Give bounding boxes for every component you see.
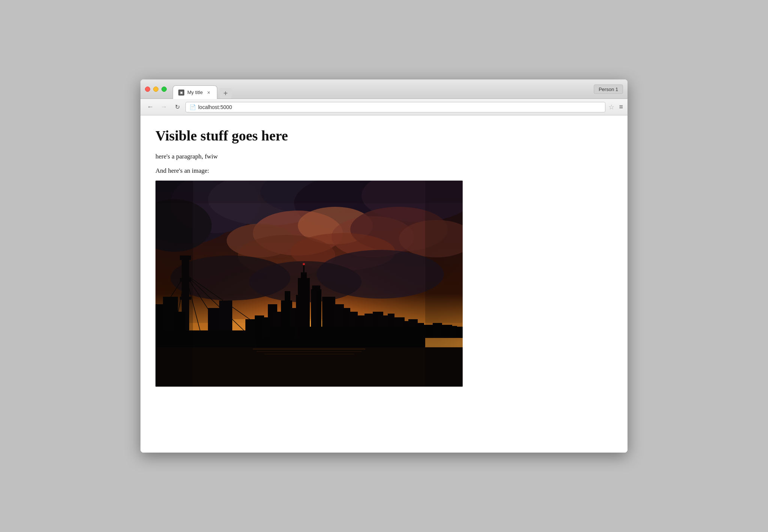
page-icon: 📄	[190, 104, 196, 110]
person-label: Person 1	[594, 84, 623, 94]
svg-rect-55	[303, 265, 305, 274]
svg-rect-89	[155, 347, 463, 387]
address-bar[interactable]: 📄 localhost:5000	[185, 102, 605, 112]
traffic-lights	[145, 87, 167, 92]
svg-rect-58	[312, 285, 320, 291]
title-bar: ▣ My title × + Person 1	[140, 79, 628, 99]
bookmark-button[interactable]: ☆	[608, 103, 614, 111]
svg-rect-80	[317, 291, 321, 338]
svg-rect-78	[285, 291, 290, 340]
tabs-area: ▣ My title × +	[173, 79, 623, 99]
page-heading: Visible stuff goes here	[155, 127, 613, 144]
svg-rect-90	[253, 348, 365, 350]
tab-title: My title	[187, 90, 203, 95]
reload-button[interactable]: ↻	[172, 102, 182, 112]
maximize-button[interactable]	[161, 87, 167, 92]
back-button[interactable]: ←	[145, 102, 155, 112]
new-tab-button[interactable]: +	[220, 88, 232, 99]
nav-bar: ← → ↻ 📄 localhost:5000 ☆ ≡	[140, 99, 628, 115]
city-image	[155, 181, 463, 387]
image-label: And here's an image:	[155, 167, 613, 175]
svg-rect-79	[296, 295, 299, 338]
page-content: Visible stuff goes here here's a paragra…	[140, 115, 628, 453]
svg-rect-95	[155, 181, 463, 203]
tab-close-button[interactable]: ×	[206, 90, 212, 96]
minimize-button[interactable]	[153, 87, 158, 92]
close-button[interactable]	[145, 87, 150, 92]
svg-rect-52	[219, 300, 232, 334]
browser-tab[interactable]: ▣ My title ×	[173, 85, 217, 99]
svg-rect-88	[262, 317, 270, 338]
browser-window: ▣ My title × + Person 1 ← → ↻ 📄 localhos…	[140, 79, 628, 453]
address-text: localhost:5000	[198, 104, 232, 110]
svg-rect-93	[155, 181, 193, 387]
svg-point-56	[303, 263, 305, 265]
page-paragraph: here's a paragraph, fwiw	[155, 153, 613, 160]
menu-button[interactable]: ≡	[619, 103, 623, 111]
tab-favicon: ▣	[178, 90, 184, 96]
svg-rect-91	[257, 351, 362, 352]
forward-button[interactable]: →	[158, 102, 169, 112]
svg-rect-94	[425, 181, 463, 387]
svg-rect-92	[264, 354, 354, 354]
